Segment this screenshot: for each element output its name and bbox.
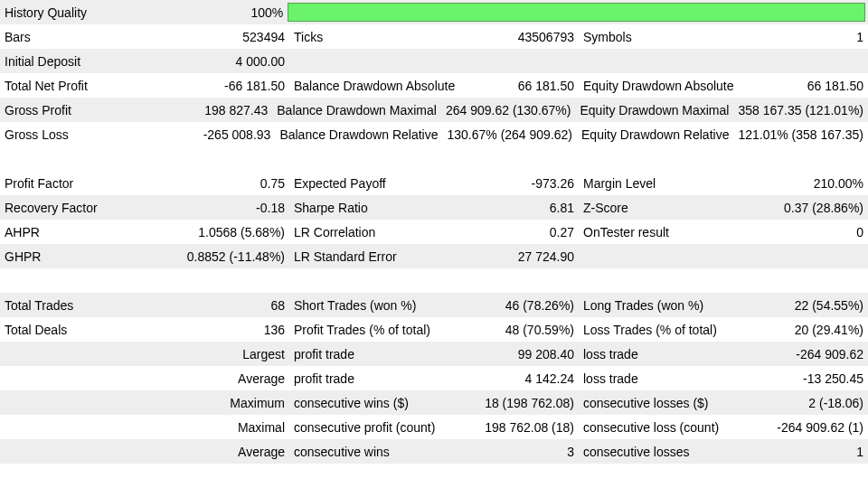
max-cons-losses-value: 2 (-18.06) bbox=[778, 390, 868, 415]
max-cons-wins-label: consecutive wins ($) bbox=[289, 390, 480, 415]
recovery-factor-value: -0.18 bbox=[199, 195, 289, 220]
largest-profit-trade-value: 99 208.40 bbox=[488, 342, 579, 366]
margin-level-label: Margin Level bbox=[579, 171, 778, 195]
maximal-heading: Maximal bbox=[199, 415, 289, 439]
avg-profit-trade-label: profit trade bbox=[289, 366, 488, 390]
gross-loss-value: -265 008.93 bbox=[184, 122, 275, 146]
row-history-quality: History Quality 100% bbox=[0, 0, 868, 24]
expected-payoff-label: Expected Payoff bbox=[289, 171, 488, 195]
expected-payoff-value: -973.26 bbox=[488, 171, 579, 195]
average-heading: Average bbox=[199, 366, 289, 390]
symbols-value: 1 bbox=[778, 24, 868, 49]
maximum-heading: Maximum bbox=[199, 390, 289, 415]
largest-heading: Largest bbox=[199, 342, 289, 366]
lr-std-error-label: LR Standard Error bbox=[289, 244, 488, 268]
row-total-trades: Total Trades68 Short Trades (won %)46 (7… bbox=[0, 293, 868, 317]
ticks-value: 43506793 bbox=[488, 24, 579, 49]
total-deals-label: Total Deals bbox=[0, 317, 199, 342]
equity-dd-rel-value: 121.01% (358 167.35) bbox=[733, 122, 868, 146]
maximal-cons-profit-label: consecutive profit (count) bbox=[289, 415, 480, 439]
equity-dd-abs-value: 66 181.50 bbox=[778, 73, 868, 98]
average-cons-heading: Average bbox=[199, 439, 289, 464]
ontester-result-value: 0 bbox=[778, 220, 868, 244]
recovery-factor-label: Recovery Factor bbox=[0, 195, 199, 220]
gross-loss-label: Gross Loss bbox=[0, 122, 184, 146]
row-largest: Largest profit trade99 208.40 loss trade… bbox=[0, 342, 868, 366]
ticks-label: Ticks bbox=[289, 24, 488, 49]
row-initial-deposit: Initial Deposit4 000.00 bbox=[0, 49, 868, 73]
row-recovery-factor: Recovery Factor-0.18 Sharpe Ratio6.81 Z-… bbox=[0, 195, 868, 220]
balance-dd-max-value: 264 909.62 (130.67%) bbox=[441, 98, 576, 122]
lr-correlation-label: LR Correlation bbox=[289, 220, 488, 244]
sharpe-ratio-value: 6.81 bbox=[488, 195, 579, 220]
loss-trades-pct-value: 20 (29.41%) bbox=[778, 317, 868, 342]
ahpr-label: AHPR bbox=[0, 220, 193, 244]
balance-dd-abs-label: Balance Drawdown Absolute bbox=[289, 73, 488, 98]
history-quality-value: 100% bbox=[215, 0, 288, 24]
avg-profit-trade-value: 4 142.24 bbox=[488, 366, 579, 390]
maximal-cons-profit-value: 198 762.08 (18) bbox=[480, 415, 579, 439]
z-score-label: Z-Score bbox=[579, 195, 778, 220]
maximal-cons-loss-value: -264 909.62 (1) bbox=[772, 415, 868, 439]
row-spacer-2 bbox=[0, 268, 868, 293]
avg-cons-wins-label: consecutive wins bbox=[289, 439, 488, 464]
row-profit-factor: Profit Factor0.75 Expected Payoff-973.26… bbox=[0, 171, 868, 195]
avg-cons-losses-label: consecutive losses bbox=[579, 439, 778, 464]
short-trades-label: Short Trades (won %) bbox=[289, 293, 488, 317]
margin-level-value: 210.00% bbox=[778, 171, 868, 195]
row-gross-loss: Gross Loss-265 008.93 Balance Drawdown R… bbox=[0, 122, 868, 146]
balance-dd-abs-value: 66 181.50 bbox=[488, 73, 579, 98]
largest-loss-trade-label: loss trade bbox=[579, 342, 778, 366]
avg-cons-losses-value: 1 bbox=[778, 439, 868, 464]
equity-dd-max-label: Equity Drawdown Maximal bbox=[575, 98, 733, 122]
long-trades-value: 22 (54.55%) bbox=[778, 293, 868, 317]
short-trades-value: 46 (78.26%) bbox=[488, 293, 579, 317]
row-ahpr: AHPR1.0568 (5.68%) LR Correlation0.27 On… bbox=[0, 220, 868, 244]
loss-trades-pct-label: Loss Trades (% of total) bbox=[579, 317, 778, 342]
row-ghpr: GHPR0.8852 (-11.48%) LR Standard Error27… bbox=[0, 244, 868, 268]
row-net-profit: Total Net Profit-66 181.50 Balance Drawd… bbox=[0, 73, 868, 98]
history-quality-label: History Quality bbox=[0, 0, 215, 24]
lr-std-error-value: 27 724.90 bbox=[488, 244, 579, 268]
balance-dd-max-label: Balance Drawdown Maximal bbox=[272, 98, 441, 122]
maximal-cons-loss-label: consecutive loss (count) bbox=[579, 415, 772, 439]
lr-correlation-value: 0.27 bbox=[488, 220, 579, 244]
gross-profit-label: Gross Profit bbox=[0, 98, 182, 122]
bars-value: 523494 bbox=[199, 24, 289, 49]
initial-deposit-value: 4 000.00 bbox=[199, 49, 289, 73]
long-trades-label: Long Trades (won %) bbox=[579, 293, 778, 317]
sharpe-ratio-label: Sharpe Ratio bbox=[289, 195, 488, 220]
initial-deposit-label: Initial Deposit bbox=[0, 49, 199, 73]
profit-factor-label: Profit Factor bbox=[0, 171, 199, 195]
bars-label: Bars bbox=[0, 24, 199, 49]
row-maximal: Maximal consecutive profit (count)198 76… bbox=[0, 415, 868, 439]
equity-dd-rel-label: Equity Drawdown Relative bbox=[577, 122, 733, 146]
largest-loss-trade-value: -264 909.62 bbox=[778, 342, 868, 366]
balance-dd-rel-label: Balance Drawdown Relative bbox=[275, 122, 442, 146]
ghpr-label: GHPR bbox=[0, 244, 183, 268]
z-score-value: 0.37 (28.86%) bbox=[778, 195, 868, 220]
gross-profit-value: 198 827.43 bbox=[182, 98, 272, 122]
avg-loss-trade-value: -13 250.45 bbox=[778, 366, 868, 390]
row-spacer-1 bbox=[0, 146, 868, 171]
row-gross-profit: Gross Profit198 827.43 Balance Drawdown … bbox=[0, 98, 868, 122]
ontester-result-label: OnTester result bbox=[579, 220, 778, 244]
profit-trades-pct-label: Profit Trades (% of total) bbox=[289, 317, 488, 342]
avg-loss-trade-label: loss trade bbox=[579, 366, 778, 390]
equity-dd-abs-label: Equity Drawdown Absolute bbox=[579, 73, 778, 98]
total-net-profit-value: -66 181.50 bbox=[199, 73, 289, 98]
ahpr-value: 1.0568 (5.68%) bbox=[193, 220, 289, 244]
total-deals-value: 136 bbox=[199, 317, 289, 342]
total-trades-label: Total Trades bbox=[0, 293, 199, 317]
row-bars: Bars523494 Ticks43506793 Symbols1 bbox=[0, 24, 868, 49]
profit-trades-pct-value: 48 (70.59%) bbox=[488, 317, 579, 342]
row-maximum: Maximum consecutive wins ($)18 (198 762.… bbox=[0, 390, 868, 415]
profit-factor-value: 0.75 bbox=[199, 171, 289, 195]
balance-dd-rel-value: 130.67% (264 909.62) bbox=[442, 122, 577, 146]
row-average-consecutive: Average consecutive wins3 consecutive lo… bbox=[0, 439, 868, 464]
ghpr-value: 0.8852 (-11.48%) bbox=[183, 244, 289, 268]
history-quality-bar bbox=[288, 3, 865, 22]
row-total-deals: Total Deals136 Profit Trades (% of total… bbox=[0, 317, 868, 342]
max-cons-losses-label: consecutive losses ($) bbox=[579, 390, 778, 415]
symbols-label: Symbols bbox=[579, 24, 778, 49]
